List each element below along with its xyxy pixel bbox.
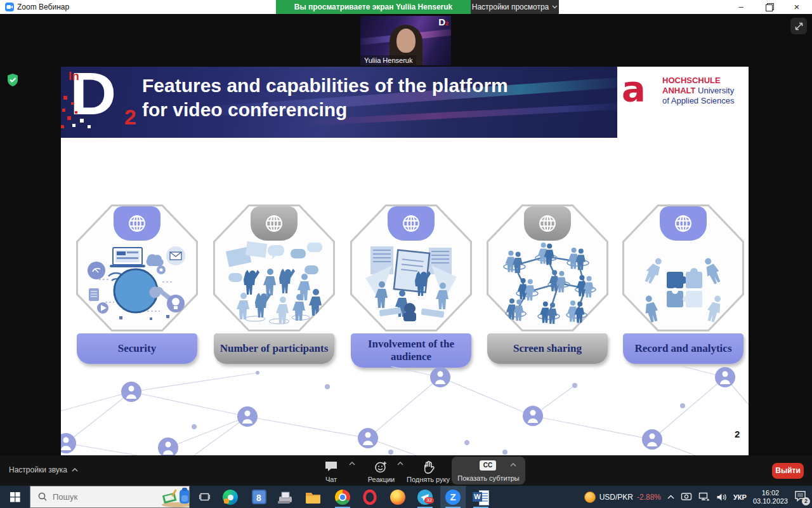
taskbar-app-file-explorer[interactable]	[300, 486, 325, 508]
audio-settings-label: Настройки звука	[9, 465, 67, 474]
telegram-badge: 32	[424, 497, 434, 504]
taskbar-app-opera[interactable]	[357, 486, 383, 508]
browser-swirl-icon	[223, 490, 238, 505]
coin-icon	[584, 491, 596, 503]
screen-record-icon[interactable]	[681, 492, 692, 502]
close-button[interactable]: ×	[783, 0, 811, 14]
security-illustration	[86, 240, 188, 326]
taskbar-app-word[interactable]: W	[468, 486, 494, 508]
network-icon[interactable]	[698, 492, 710, 502]
tray-chevron-up-icon[interactable]	[667, 495, 674, 499]
presentation-stage: D2 Yuliia Henseruk D In 2 Features an	[0, 14, 812, 486]
raise-hand-icon	[422, 460, 435, 474]
fax-icon	[278, 490, 293, 504]
university-line2-bold: ANHALT	[662, 86, 695, 95]
globe-icon	[251, 206, 298, 241]
video-tile[interactable]: D2 Yuliia Henseruk	[360, 16, 451, 65]
taskbar-app-fax[interactable]	[273, 486, 298, 508]
zoom-taskbar-icon: Z	[445, 490, 461, 505]
globe-icon	[388, 206, 435, 241]
participants-illustration	[223, 240, 325, 326]
globe-icon	[114, 206, 160, 241]
opera-icon	[362, 490, 377, 505]
taskbar-app-8[interactable]: 8	[246, 486, 272, 508]
chevron-up-icon	[72, 468, 78, 472]
chat-button[interactable]: Чат	[315, 458, 348, 485]
feature-label: Involvement of the audience	[351, 333, 471, 368]
ind2-logo-in: In	[69, 69, 79, 83]
word-icon: W	[473, 492, 482, 502]
minimize-button[interactable]: –	[727, 0, 755, 14]
raise-hand-button[interactable]: Поднять руку	[406, 458, 450, 485]
chrome-icon	[335, 490, 350, 505]
network-decoration	[61, 366, 749, 455]
taskbar-app-zoom[interactable]: Z	[440, 486, 466, 508]
captions-button[interactable]: CC Показать субтитры	[452, 457, 525, 485]
record-analytics-illustration	[632, 240, 734, 326]
globe-icon	[524, 206, 571, 241]
chat-label: Чат	[315, 476, 348, 483]
ticker-pair: USD/PKR	[599, 493, 633, 502]
feature-card-screen-sharing: Screen sharing	[479, 204, 616, 371]
meeting-controls: Настройки звука Чат Реакции Поднять руку	[0, 455, 812, 486]
slide-title-line1: Features and capabilities of the platfor…	[142, 74, 612, 98]
leave-button[interactable]: Выйти	[772, 463, 804, 479]
shield-check-icon	[6, 73, 19, 90]
tray-time: 16:02	[753, 489, 788, 497]
participant-name: Yuliia Henseruk	[360, 55, 416, 65]
language-indicator[interactable]: УКР	[733, 493, 747, 501]
reactions-button[interactable]: Реакции	[363, 458, 400, 485]
search-input[interactable]	[51, 491, 143, 502]
taskbar-app-firefox[interactable]	[385, 486, 410, 508]
ticker-change: -2.88%	[637, 493, 661, 502]
search-icon	[38, 492, 46, 502]
feature-card-participants: Number of participants	[206, 204, 343, 371]
university-logo: a HOCHSCHULE ANHALT University of Applie…	[622, 72, 747, 111]
captions-menu-chevron[interactable]	[510, 463, 516, 467]
view-settings-button[interactable]: Настройки просмотра	[471, 0, 559, 14]
chat-icon	[324, 460, 338, 472]
university-line2-rest: University	[695, 86, 734, 95]
start-icon	[10, 492, 20, 502]
system-tray: USD/PKR -2.88% УКР 16:02 03.10.2023	[584, 486, 812, 508]
anhalt-a-glyph: a	[622, 68, 646, 109]
taskbar-search[interactable]	[30, 486, 190, 508]
speaker-icon[interactable]	[716, 493, 727, 502]
notification-center-button[interactable]: 2	[794, 490, 807, 504]
slide-header: D In 2 Features and capabilities of the …	[61, 67, 617, 138]
reactions-label: Реакции	[363, 476, 400, 483]
start-button[interactable]	[0, 486, 30, 508]
currency-ticker[interactable]: USD/PKR -2.88%	[584, 491, 661, 503]
audio-settings-button[interactable]: Настройки звука	[9, 465, 78, 474]
raise-hand-label: Поднять руку	[406, 476, 450, 483]
university-line3: of Applied Sciences	[662, 96, 734, 106]
speaker-face	[396, 29, 416, 53]
feature-label: Number of participants	[214, 333, 334, 364]
reactions-menu-chevron[interactable]	[397, 462, 403, 465]
restore-button[interactable]	[755, 0, 783, 14]
feature-card-audience: Involvement of the audience	[343, 204, 480, 371]
chat-menu-chevron[interactable]	[349, 462, 355, 465]
taskview-button[interactable]	[193, 486, 216, 508]
taskview-icon	[199, 492, 210, 502]
feature-label: Record and analytics	[623, 333, 743, 364]
notification-count-badge: 2	[802, 497, 810, 505]
taskbar-app-browser-swirl[interactable]	[218, 486, 243, 508]
screen: Zoom Вебинар Вы просматриваете экран Yul…	[0, 0, 812, 508]
university-line1: HOCHSCHULE	[662, 76, 734, 86]
captions-label: Показать субтитры	[452, 474, 525, 482]
viewing-banner: Вы просматриваете экран Yuliia Henseruk	[276, 0, 471, 14]
view-settings-label: Настройки просмотра	[472, 3, 549, 11]
feature-card-record: Record and analytics	[615, 204, 749, 371]
university-text: HOCHSCHULE ANHALT University of Applied …	[662, 76, 734, 106]
screen-sharing-illustration	[497, 240, 598, 326]
slide-title: Features and capabilities of the platfor…	[142, 74, 612, 122]
fullscreen-button[interactable]	[790, 18, 807, 34]
tray-date: 03.10.2023	[753, 497, 788, 505]
app8-icon: 8	[252, 490, 266, 504]
expand-icon	[794, 22, 804, 31]
clock[interactable]: 16:02 03.10.2023	[753, 489, 788, 505]
taskbar-app-chrome[interactable]	[330, 486, 355, 508]
feature-label: Security	[77, 333, 197, 364]
taskbar-app-telegram[interactable]: 32	[412, 486, 438, 508]
